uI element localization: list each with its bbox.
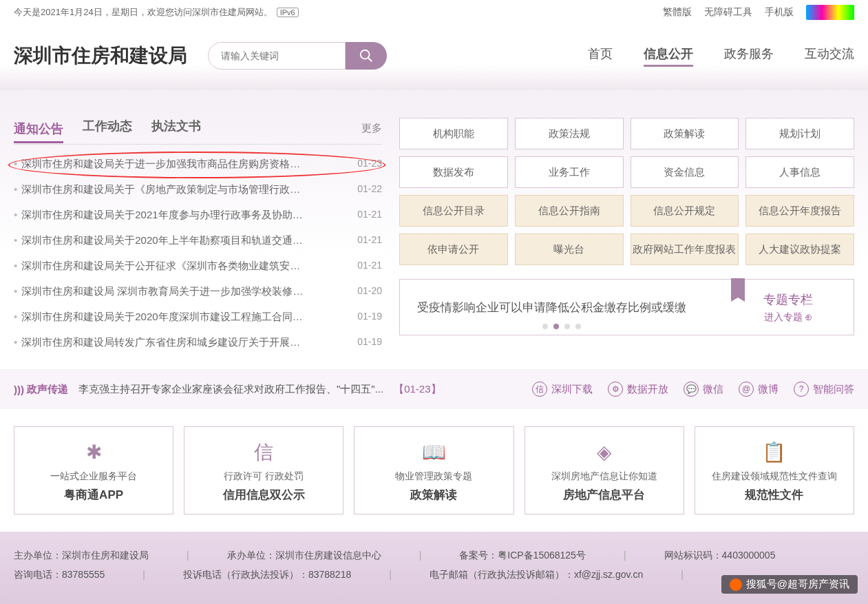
grid-button[interactable]: 人大建议政协提案 <box>745 233 854 265</box>
grid-button[interactable]: 信息公开规定 <box>631 195 739 227</box>
grid-button[interactable]: 政策法规 <box>515 118 624 149</box>
policy-bar: ))) 政声传递 李克强主持召开专家企业家座谈会征求对政府工作报告、"十四五".… <box>0 369 868 409</box>
service-card[interactable]: 信行政许可 行政处罚信用信息双公示 <box>184 426 343 514</box>
enter-special-link[interactable]: 进入专题 ⊕ <box>764 311 813 324</box>
ipv6-badge: IPv6 <box>277 8 299 17</box>
footer-phone: 咨询电话：83785555 <box>14 565 105 584</box>
site-title: 深圳市住房和建设局 <box>14 43 187 69</box>
right-panel: 机构职能政策法规政策解读规划计划数据发布业务工作资金信息人事信息信息公开目录信息… <box>399 118 854 355</box>
footer-host: 主办单位：深圳市住房和建设局 <box>14 545 149 565</box>
link-traditional[interactable]: 繁體版 <box>663 6 692 19</box>
tab-notice[interactable]: 通知公告 <box>14 121 63 143</box>
news-item[interactable]: 深圳市住房和建设局关于2020年上半年勘察项目和轨道交通设计项...01-21 <box>14 228 382 253</box>
footer-siteid: 网站标识码：4403000005 <box>664 545 776 565</box>
news-item[interactable]: 深圳市住房和建设局 深圳市教育局关于进一步加强学校装修工程质...01-20 <box>14 279 382 304</box>
news-panel: 通知公告 工作动态 执法文书 更多 深圳市住房和建设局关于进一步加强我市商品住房… <box>14 118 382 355</box>
policy-label: ))) 政声传递 <box>14 383 68 396</box>
service-card[interactable]: ◈深圳房地产信息让你知道房地产信息平台 <box>525 426 684 514</box>
grid-button[interactable]: 资金信息 <box>631 156 739 188</box>
footer-org: 承办单位：深圳市住房建设信息中心 <box>227 545 381 565</box>
grid-button[interactable]: 信息公开目录 <box>399 195 508 227</box>
grid-button[interactable]: 业务工作 <box>515 156 624 188</box>
service-card[interactable]: 📖物业管理政策专题政策解读 <box>354 426 514 514</box>
service-icon: 📖 <box>420 439 447 466</box>
link-icon: ⚙ <box>608 382 623 397</box>
bar-link[interactable]: ⚙数据开放 <box>608 382 668 397</box>
grid-button[interactable]: 数据发布 <box>399 156 508 188</box>
policy-date: 【01-23】 <box>394 383 441 396</box>
bar-link[interactable]: 信深圳下载 <box>532 382 593 397</box>
bar-link[interactable]: 💬微信 <box>684 382 723 397</box>
sohu-icon <box>730 579 742 591</box>
service-icon: ◈ <box>591 439 618 466</box>
topbar: 今天是2021年1月24日，星期日，欢迎您访问深圳市住建局网站。 IPv6 繁體… <box>0 0 868 25</box>
svg-point-0 <box>361 50 370 59</box>
main-nav: 首页 信息公开 政务服务 互动交流 <box>588 45 854 67</box>
service-icon: ✱ <box>80 439 107 466</box>
news-item[interactable]: 深圳市住房和建设局转发广东省住房和城乡建设厅关于开展违规海...01-19 <box>14 330 382 355</box>
news-item[interactable]: 深圳市住房和建设局关于2021年度参与办理行政事务及协助查处建...01-21 <box>14 202 382 228</box>
link-icon: 💬 <box>684 382 699 397</box>
footer-icp[interactable]: 备案号：粤ICP备15068125号 <box>459 545 586 565</box>
grid-button[interactable]: 信息公开年度报告 <box>745 195 854 227</box>
welcome-text: 今天是2021年1月24日，星期日，欢迎您访问深圳市住建局网站。 <box>14 6 273 19</box>
tab-enforce[interactable]: 执法文书 <box>151 118 201 138</box>
link-accessibility[interactable]: 无障碍工具 <box>704 6 752 19</box>
link-mobile[interactable]: 手机版 <box>765 6 794 19</box>
carousel-dots <box>542 324 581 329</box>
bar-link[interactable]: @微博 <box>739 382 779 397</box>
news-item[interactable]: 深圳市住房和建设局关于2020年度深圳市建设工程施工合同后监管...01-19 <box>14 304 382 330</box>
footer-complaint: 投诉电话（行政执法投诉）：83788218 <box>183 565 351 584</box>
shenzhen-logo <box>806 5 854 20</box>
grid-button[interactable]: 人事信息 <box>745 156 854 188</box>
special-title: 专题专栏 <box>763 291 813 308</box>
grid-button[interactable]: 依申请公开 <box>399 233 508 265</box>
special-text[interactable]: 受疫情影响企业可以申请降低公积金缴存比例或缓缴 <box>417 300 686 315</box>
policy-text[interactable]: 李克强主持召开专家企业家座谈会征求对政府工作报告、"十四五"... <box>78 383 383 396</box>
nav-home[interactable]: 首页 <box>588 45 613 67</box>
news-item[interactable]: 深圳市住房和建设局关于《房地产政策制定与市场管理行政行为规...01-22 <box>14 177 382 202</box>
service-card[interactable]: 📋住房建设领域规范性文件查询规范性文件 <box>695 426 854 514</box>
service-row: ✱一站式企业服务平台粤商通APP信行政许可 行政处罚信用信息双公示📖物业管理政策… <box>0 409 868 532</box>
search-icon <box>359 48 374 63</box>
nav-interact[interactable]: 互动交流 <box>805 45 854 67</box>
news-item[interactable]: 深圳市住房和建设局关于进一步加强我市商品住房购房资格审查和...01-23 <box>14 152 382 177</box>
grid-button[interactable]: 机构职能 <box>399 118 508 149</box>
grid-button[interactable]: 规划计划 <box>745 118 854 149</box>
more-link[interactable]: 更多 <box>361 122 382 135</box>
footer-email: 电子邮箱（行政执法投诉邮箱）：xf@zjj.sz.gov.cn <box>430 565 643 584</box>
grid-button[interactable]: 政府网站工作年度报表 <box>631 233 739 265</box>
nav-info[interactable]: 信息公开 <box>644 45 693 67</box>
svg-line-1 <box>368 58 372 62</box>
tab-work[interactable]: 工作动态 <box>83 118 132 138</box>
sound-icon: ))) <box>14 384 24 395</box>
service-card[interactable]: ✱一站式企业服务平台粤商通APP <box>14 426 173 514</box>
service-icon: 📋 <box>761 439 788 466</box>
nav-service[interactable]: 政务服务 <box>724 45 774 67</box>
link-icon: @ <box>739 382 754 397</box>
grid-button[interactable]: 信息公开指南 <box>515 195 624 227</box>
watermark: 搜狐号@超哥房产资讯 <box>721 575 858 594</box>
news-item[interactable]: 深圳市住房和建设局关于公开征求《深圳市各类物业建筑安装工程...01-21 <box>14 253 382 279</box>
link-icon: ? <box>794 382 809 397</box>
grid-button[interactable]: 政策解读 <box>631 118 739 149</box>
ribbon-icon <box>731 278 745 298</box>
link-icon: 信 <box>532 382 547 397</box>
header: 深圳市住房和建设局 首页 信息公开 政务服务 互动交流 <box>0 25 868 90</box>
special-box: 受疫情影响企业可以申请降低公积金缴存比例或缓缴 专题专栏 进入专题 ⊕ <box>399 279 854 335</box>
service-icon: 信 <box>250 439 277 466</box>
search-button[interactable] <box>346 42 387 70</box>
search-input[interactable] <box>208 42 346 70</box>
bar-link[interactable]: ?智能问答 <box>794 382 854 397</box>
grid-button[interactable]: 曝光台 <box>515 233 624 265</box>
